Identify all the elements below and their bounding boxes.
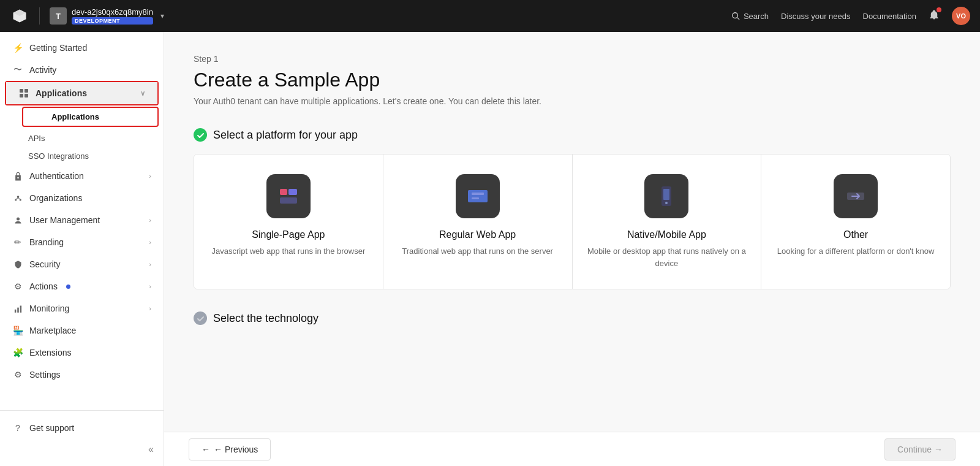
section1-label: Select a platform for your app [213, 129, 358, 142]
sidebar-collapse-button[interactable]: « [0, 439, 164, 460]
tenant-info: dev-a2js0qx6zq8my8in DEVELOPMENT [72, 7, 153, 25]
shield-icon [12, 259, 23, 270]
sidebar-item-settings[interactable]: ⚙ Settings [0, 364, 164, 386]
step-label: Step 1 [194, 54, 951, 64]
tenant-name: dev-a2js0qx6zq8my8in [72, 7, 153, 17]
spa-icon [276, 184, 301, 208]
web-card-title: Regular Web App [439, 229, 516, 240]
platform-card-other[interactable]: Other Looking for a different platform o… [761, 155, 950, 289]
svg-point-23 [665, 202, 668, 204]
marketplace-icon: 🏪 [12, 325, 23, 336]
sidebar-item-get-support[interactable]: ? Get support [0, 417, 164, 439]
topnav-right: Search Discuss your needs Documentation … [731, 7, 970, 25]
tenant-avatar: T [50, 7, 67, 25]
tenant-badge: DEVELOPMENT [72, 17, 153, 25]
previous-button[interactable]: ← ← Previous [189, 438, 271, 460]
logo[interactable] [10, 6, 29, 26]
platform-card-native[interactable]: Native/Mobile App Mobile or desktop app … [573, 155, 762, 289]
svg-point-11 [17, 217, 20, 220]
actions-icon: ⚙ [12, 281, 23, 292]
checkmark-icon [197, 131, 205, 139]
other-card-title: Other [843, 229, 868, 240]
continue-label: Continue → [897, 445, 943, 454]
actions-chevron-icon: › [149, 283, 151, 290]
org-icon [12, 193, 23, 204]
main-panel: Step 1 Create a Sample App Your Auth0 te… [164, 32, 980, 466]
sidebar-item-applications[interactable]: Applications ∨ [6, 82, 157, 104]
spa-card-desc: Javascript web app that runs in the brow… [212, 245, 366, 258]
topnav: T dev-a2js0qx6zq8my8in DEVELOPMENT ▾ Sea… [0, 0, 980, 32]
sidebar-item-security[interactable]: Security › [0, 253, 164, 275]
documentation-link[interactable]: Documentation [863, 12, 916, 21]
other-card-desc: Looking for a different platform or don'… [777, 245, 935, 258]
user-avatar[interactable]: VO [952, 7, 970, 25]
applications-chevron-icon: ∨ [140, 90, 145, 97]
svg-rect-22 [663, 189, 669, 200]
svg-rect-13 [17, 307, 19, 312]
native-icon [654, 184, 679, 208]
svg-point-6 [17, 196, 19, 198]
section2-header: Select the technology [194, 311, 951, 325]
grid-icon [18, 88, 29, 99]
sidebar-item-monitoring[interactable]: Monitoring › [0, 297, 164, 319]
app-layout: ⚡ Getting Started 〜 Activity Application… [0, 32, 980, 466]
sidebar-item-activity[interactable]: 〜 Activity [0, 59, 164, 81]
svg-point-0 [733, 13, 738, 18]
search-button[interactable]: Search [731, 12, 769, 21]
svg-rect-4 [20, 94, 23, 97]
prev-arrow-icon: ← [202, 445, 210, 454]
sidebar-item-branding[interactable]: ✏ Branding › [0, 231, 164, 253]
sidebar-item-authentication[interactable]: Authentication › [0, 165, 164, 187]
svg-rect-16 [288, 189, 297, 195]
sidebar-item-sso-sub[interactable]: SSO Integrations [0, 147, 164, 165]
pending-icon [197, 315, 205, 323]
activity-icon: 〜 [12, 64, 23, 75]
sidebar-item-organizations[interactable]: Organizations [0, 187, 164, 209]
applications-parent-box: Applications ∨ [5, 81, 159, 105]
footer-bar: ← ← Previous Continue → [164, 432, 980, 466]
notifications-button[interactable] [929, 9, 940, 23]
search-icon [731, 12, 740, 20]
sidebar-item-actions[interactable]: ⚙ Actions › [0, 275, 164, 297]
svg-line-9 [15, 197, 18, 199]
svg-rect-15 [280, 189, 287, 195]
svg-line-10 [18, 197, 20, 199]
security-chevron-icon: › [149, 261, 151, 268]
sidebar-item-user-management[interactable]: User Management › [0, 209, 164, 231]
bar-chart-icon [12, 303, 23, 314]
tenant-chevron-icon: ▾ [160, 12, 164, 20]
sidebar-item-apis-sub[interactable]: APIs [0, 129, 164, 147]
pen-icon: ✏ [12, 237, 23, 248]
sidebar-item-extensions[interactable]: 🧩 Extensions [0, 342, 164, 364]
branding-chevron-icon: › [149, 239, 151, 246]
svg-point-8 [19, 199, 21, 201]
actions-dot [66, 285, 70, 289]
svg-line-1 [737, 18, 740, 20]
user-icon [12, 215, 23, 226]
monitoring-chevron-icon: › [149, 305, 151, 312]
page-title: Create a Sample App [194, 69, 951, 91]
section2-label: Select the technology [213, 312, 318, 325]
svg-rect-19 [472, 193, 484, 195]
native-card-icon [644, 174, 688, 218]
spa-card-title: Single-Page App [252, 229, 325, 240]
lock-icon [12, 170, 23, 181]
other-card-icon [834, 174, 878, 218]
platform-card-web[interactable]: Regular Web App Traditional web app that… [383, 155, 573, 289]
native-card-title: Native/Mobile App [627, 229, 706, 240]
section1-check [194, 128, 207, 142]
platform-card-spa[interactable]: Single-Page App Javascript web app that … [194, 155, 383, 289]
sidebar-item-marketplace[interactable]: 🏪 Marketplace [0, 319, 164, 342]
continue-button[interactable]: Continue → [884, 438, 956, 460]
web-card-icon [456, 174, 500, 218]
web-icon [466, 184, 490, 208]
section2-check [194, 311, 207, 325]
tenant-selector[interactable]: T dev-a2js0qx6zq8my8in DEVELOPMENT ▾ [50, 7, 164, 25]
svg-rect-14 [20, 305, 21, 312]
discuss-needs-link[interactable]: Discuss your needs [781, 12, 850, 21]
user-management-chevron-icon: › [149, 216, 151, 224]
svg-rect-3 [24, 89, 28, 93]
sidebar-item-getting-started[interactable]: ⚡ Getting Started [0, 37, 164, 59]
sidebar-footer: ? Get support « [0, 410, 164, 466]
sidebar-item-applications-sub[interactable]: Applications [23, 108, 157, 126]
